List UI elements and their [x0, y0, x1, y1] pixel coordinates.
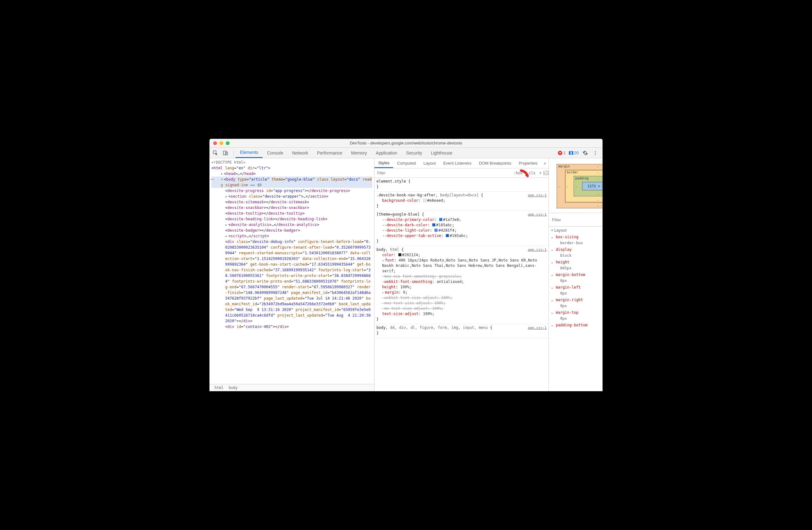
traffic-lights — [209, 141, 230, 145]
subtab-styles[interactable]: Styles — [375, 158, 393, 168]
computed-filter-bar: Show all Group — [549, 213, 603, 227]
tab-network[interactable]: Network — [288, 148, 313, 158]
device-toggle-icon[interactable] — [222, 150, 229, 156]
subtab-event-listeners[interactable]: Event Listeners — [439, 158, 475, 168]
styles-filterbar: :hov .cls + ▸| — [375, 168, 549, 178]
margin-label: margin — [558, 165, 569, 168]
minimize-window-button[interactable] — [219, 141, 223, 145]
computed-panel: margin - - - - border - - - - padding — [549, 158, 603, 391]
svg-point-5 — [595, 154, 596, 155]
main-toolbar: ElementsConsoleNetworkPerformanceMemoryA… — [209, 148, 603, 158]
titlebar: DevTools - developers.google.com/web/too… — [209, 139, 603, 148]
styles-filter-input[interactable] — [375, 171, 512, 175]
window-title: DevTools - developers.google.com/web/too… — [209, 141, 603, 145]
main-tabs: ElementsConsoleNetworkPerformanceMemoryA… — [235, 148, 456, 158]
subtab-properties[interactable]: Properties — [515, 158, 541, 168]
styles-rules[interactable]: element.style {}app.css:1.devsite-book-n… — [375, 178, 549, 391]
css-rule[interactable]: app.css:1body, dd, div, dl, figure, form… — [375, 324, 549, 338]
css-rule[interactable]: app.css:1body, html {color: #202124;▸fon… — [375, 246, 549, 324]
styles-panel: StylesComputedLayoutEvent ListenersDOM B… — [375, 158, 549, 391]
maximize-window-button[interactable] — [226, 141, 230, 145]
main-content: <!DOCTYPE html><html lang="en" dir="ltr"… — [209, 158, 603, 391]
computed-margin-right[interactable]: margin-right0px — [551, 297, 603, 309]
issues-icon: ❚ — [569, 151, 573, 155]
svg-point-3 — [595, 151, 596, 152]
css-rule[interactable]: app.css:1.devsite-book-nav-bg:after, bod… — [375, 192, 549, 211]
error-icon: ✕ — [558, 151, 562, 155]
tab-memory[interactable]: Memory — [347, 148, 372, 158]
style-menu-icon[interactable]: ▸| — [543, 171, 549, 175]
subtab-layout[interactable]: Layout — [420, 158, 439, 168]
hov-toggle[interactable]: :hov — [512, 171, 525, 175]
breadcrumb-html[interactable]: html — [212, 385, 226, 391]
breadcrumb[interactable]: htmlbody — [209, 384, 374, 391]
new-style-button[interactable]: + — [537, 171, 543, 175]
tab-security[interactable]: Security — [402, 148, 426, 158]
subtab-overflow[interactable]: » — [541, 158, 549, 168]
tab-console[interactable]: Console — [263, 148, 287, 158]
styles-subtabs: StylesComputedLayoutEvent ListenersDOM B… — [375, 158, 549, 168]
computed-group-heading[interactable]: ▾ Layout — [549, 227, 603, 234]
error-count[interactable]: ✕ 1 — [558, 151, 565, 155]
padding-label: padding — [575, 177, 589, 180]
inspect-element-icon[interactable] — [212, 150, 219, 156]
subtab-computed[interactable]: Computed — [393, 158, 420, 168]
svg-rect-1 — [223, 151, 226, 155]
close-window-button[interactable] — [213, 141, 217, 145]
computed-display[interactable]: displayblock — [551, 247, 603, 259]
css-rule[interactable]: element.style {} — [375, 178, 549, 192]
computed-filter-input[interactable] — [552, 218, 603, 222]
svg-rect-2 — [226, 152, 228, 155]
tab-lighthouse[interactable]: Lighthouse — [426, 148, 457, 158]
settings-gear-icon[interactable] — [582, 150, 589, 156]
computed-height[interactable]: height845px — [551, 259, 603, 271]
tab-application[interactable]: Application — [372, 148, 402, 158]
subtab-dom-breakpoints[interactable]: DOM Breakpoints — [475, 158, 515, 168]
box-model[interactable]: margin - - - - border - - - - padding — [549, 158, 603, 213]
computed-properties[interactable]: box-sizingborder-boxdisplayblockheight84… — [549, 234, 603, 332]
elements-panel: <!DOCTYPE html><html lang="en" dir="ltr"… — [209, 158, 375, 391]
computed-margin-left[interactable]: margin-left0px — [551, 284, 603, 297]
devtools-window: DevTools - developers.google.com/web/too… — [209, 139, 603, 391]
computed-box-sizing[interactable]: box-sizingborder-box — [551, 234, 603, 247]
kebab-menu-icon[interactable] — [592, 150, 599, 156]
tab-elements[interactable]: Elements — [235, 148, 263, 158]
cls-toggle[interactable]: .cls — [525, 171, 537, 175]
svg-point-4 — [595, 152, 596, 153]
computed-margin-top[interactable]: margin-top0px — [551, 309, 603, 322]
issues-count[interactable]: ❚ 20 — [569, 151, 579, 155]
computed-margin-bottom[interactable]: margin-bottom0px — [551, 271, 603, 284]
breadcrumb-body[interactable]: body — [226, 385, 240, 391]
tab-performance[interactable]: Performance — [313, 148, 347, 158]
dom-tree[interactable]: <!DOCTYPE html><html lang="en" dir="ltr"… — [209, 158, 374, 384]
css-rule[interactable]: app.css:1[theme=google-blue] {--devsite-… — [375, 211, 549, 246]
computed-padding-bottom[interactable]: padding-bottom — [551, 322, 603, 329]
content-size: 1171 × 845 — [582, 182, 603, 191]
border-label: border — [567, 171, 578, 174]
